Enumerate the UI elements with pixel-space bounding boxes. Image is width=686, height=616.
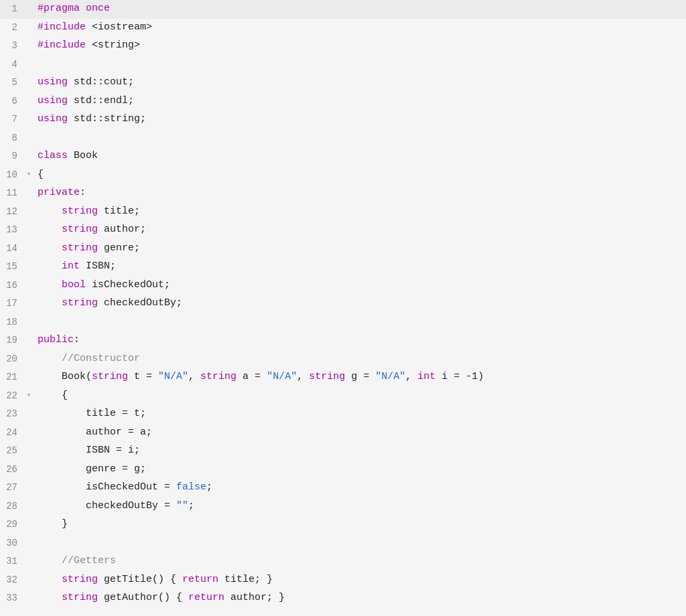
line-number: 29 — [0, 516, 24, 532]
code-line: 25 ISBN = i; — [0, 442, 686, 461]
code-line: 5using std::cout; — [0, 74, 686, 92]
fold-gutter — [24, 331, 33, 333]
line-number: 28 — [0, 497, 24, 514]
line-number: 22 — [0, 387, 24, 404]
fold-gutter — [24, 0, 33, 2]
code-content: string getAuthor() { return author; } — [33, 589, 285, 607]
code-line: 15 int ISBN; — [0, 258, 686, 277]
code-content: using std::endl; — [33, 92, 134, 110]
code-line: 12 string title; — [0, 203, 686, 222]
line-number: 25 — [0, 442, 24, 459]
fold-gutter — [24, 110, 33, 112]
line-number: 7 — [0, 110, 24, 127]
fold-gutter — [24, 405, 33, 407]
code-content: string genre; — [33, 240, 140, 257]
code-line: 14 string genre; — [0, 240, 686, 258]
code-line: 16 bool isCheckedOut; — [0, 277, 686, 295]
code-line: 27 isCheckedOut = false; — [0, 479, 686, 497]
fold-gutter — [24, 350, 33, 352]
code-line: 33 string getAuthor() { return author; } — [0, 589, 686, 608]
code-content: string checkedOutBy; — [33, 295, 182, 312]
code-line: 19public: — [0, 331, 686, 350]
fold-gutter — [24, 240, 33, 242]
code-content: #pragma once — [33, 0, 110, 17]
fold-gutter[interactable]: ▾ — [24, 166, 33, 181]
code-editor: 1#pragma once2#include <iostream>3#inclu… — [0, 0, 686, 616]
fold-gutter — [24, 571, 33, 573]
code-line: 32 string getTitle() { return title; } — [0, 571, 686, 590]
code-line: 17 string checkedOutBy; — [0, 295, 686, 313]
line-number: 14 — [0, 240, 24, 256]
fold-gutter — [24, 129, 33, 131]
line-number: 27 — [0, 479, 24, 495]
code-content: string getTitle() { return title; } — [33, 571, 273, 589]
code-content: string title; — [33, 203, 140, 220]
code-content: //Constructor — [33, 350, 140, 368]
fold-gutter — [24, 147, 33, 149]
code-container: 1#pragma once2#include <iostream>3#inclu… — [0, 0, 686, 608]
code-line: 31 //Getters — [0, 552, 686, 571]
fold-gutter — [24, 313, 33, 315]
line-number: 17 — [0, 295, 24, 311]
code-line: 28 checkedOutBy = ""; — [0, 497, 686, 516]
code-line: 11private: — [0, 184, 686, 203]
line-number: 23 — [0, 405, 24, 422]
line-number: 4 — [0, 56, 24, 72]
fold-gutter — [24, 479, 33, 481]
line-number: 1 — [0, 0, 24, 17]
line-number: 33 — [0, 589, 24, 606]
line-number: 20 — [0, 350, 24, 367]
code-content: using std::string; — [33, 110, 146, 128]
fold-gutter[interactable]: ▾ — [24, 387, 33, 402]
code-line: 1#pragma once — [0, 0, 686, 19]
fold-gutter — [24, 589, 33, 591]
code-content: int ISBN; — [33, 258, 116, 275]
code-content: author = a; — [33, 424, 152, 441]
code-content: { — [33, 387, 68, 404]
fold-gutter — [24, 19, 33, 21]
fold-gutter — [24, 74, 33, 76]
line-number: 12 — [0, 203, 24, 220]
fold-gutter — [24, 368, 33, 370]
line-number: 3 — [0, 37, 24, 54]
fold-gutter — [24, 37, 33, 39]
fold-gutter — [24, 203, 33, 205]
line-number: 21 — [0, 368, 24, 385]
code-content: public: — [33, 331, 80, 349]
code-line: 13 string author; — [0, 221, 686, 240]
code-line: 23 title = t; — [0, 405, 686, 424]
fold-gutter — [24, 552, 33, 554]
line-number: 16 — [0, 277, 24, 293]
code-line: 18 — [0, 313, 686, 332]
code-line: 26 genre = g; — [0, 461, 686, 479]
fold-gutter — [24, 277, 33, 279]
code-content: checkedOutBy = ""; — [33, 497, 194, 515]
code-content: isCheckedOut = false; — [33, 479, 212, 496]
code-line: 3#include <string> — [0, 37, 686, 56]
code-content: //Getters — [33, 552, 116, 570]
line-number: 5 — [0, 74, 24, 90]
code-content: } — [33, 516, 68, 533]
code-content: #include <iostream> — [33, 19, 152, 36]
fold-gutter — [24, 442, 33, 444]
code-line: 6using std::endl; — [0, 92, 686, 111]
fold-gutter — [24, 424, 33, 426]
line-number: 9 — [0, 147, 24, 164]
code-line: 10▾{ — [0, 166, 686, 185]
code-content: #include <string> — [33, 37, 140, 54]
fold-gutter — [24, 516, 33, 518]
code-line: 4 — [0, 56, 686, 74]
fold-gutter — [24, 56, 33, 58]
fold-gutter — [24, 295, 33, 297]
line-number: 13 — [0, 221, 24, 238]
code-content: { — [33, 166, 44, 183]
code-line: 29 } — [0, 516, 686, 534]
fold-gutter — [24, 258, 33, 260]
code-line: 8 — [0, 129, 686, 148]
code-content: title = t; — [33, 405, 146, 422]
code-line: 24 author = a; — [0, 424, 686, 443]
code-content: Book(string t = "N/A", string a = "N/A",… — [33, 368, 484, 386]
code-content: class Book — [33, 147, 98, 165]
line-number: 18 — [0, 313, 24, 330]
code-line: 7using std::string; — [0, 110, 686, 129]
